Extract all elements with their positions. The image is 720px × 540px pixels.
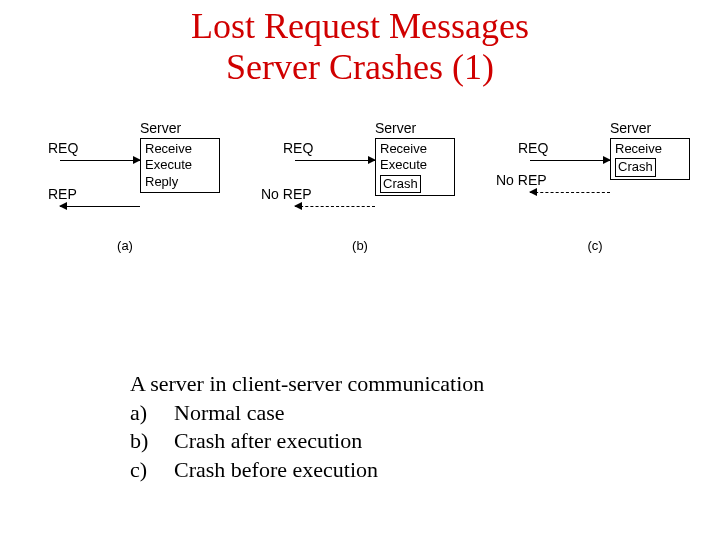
diagram-a: Server Receive Execute Reply REQ REP (a) [20, 120, 230, 280]
step-execute: Execute [380, 157, 450, 173]
step-receive: Receive [380, 141, 450, 157]
req-arrow-icon [295, 160, 375, 161]
diagram-c: Server Receive Crash REQ No REP (c) [490, 120, 700, 280]
caption-item: b) Crash after execution [130, 427, 610, 456]
server-label: Server [610, 120, 651, 136]
caption: A server in client-server communication … [130, 370, 610, 484]
sublabel-a: (a) [20, 238, 230, 253]
step-crash: Crash [615, 158, 656, 176]
req-arrow-icon [530, 160, 610, 161]
slide: Lost Request Messages Server Crashes (1)… [0, 0, 720, 540]
sublabel-b: (b) [255, 238, 465, 253]
caption-text: Crash before execution [174, 456, 378, 485]
title-line-1: Lost Request Messages [191, 6, 529, 46]
step-reply: Reply [145, 174, 215, 190]
step-execute: Execute [145, 157, 215, 173]
caption-list: a) Normal case b) Crash after execution … [130, 399, 610, 485]
caption-text: Crash after execution [174, 427, 362, 456]
server-box-a: Receive Execute Reply [140, 138, 220, 193]
step-receive: Receive [145, 141, 215, 157]
rep-arrow-icon [60, 206, 140, 207]
norep-label: No REP [261, 186, 312, 202]
req-arrow-icon [60, 160, 140, 161]
diagram-b: Server Receive Execute Crash REQ No REP … [255, 120, 465, 280]
server-box-b: Receive Execute Crash [375, 138, 455, 196]
diagram-row: Server Receive Execute Reply REQ REP (a)… [20, 120, 700, 280]
caption-key: b) [130, 427, 174, 456]
title-line-2: Server Crashes (1) [226, 47, 494, 87]
caption-key: a) [130, 399, 174, 428]
server-label: Server [140, 120, 181, 136]
caption-text: Normal case [174, 399, 285, 428]
server-box-c: Receive Crash [610, 138, 690, 180]
slide-title: Lost Request Messages Server Crashes (1) [0, 6, 720, 89]
caption-key: c) [130, 456, 174, 485]
norep-arrow-icon [295, 206, 375, 207]
step-receive: Receive [615, 141, 685, 157]
caption-item: c) Crash before execution [130, 456, 610, 485]
norep-arrow-icon [530, 192, 610, 193]
req-label: REQ [518, 140, 548, 156]
rep-label: REP [48, 186, 77, 202]
req-label: REQ [283, 140, 313, 156]
sublabel-c: (c) [490, 238, 700, 253]
caption-item: a) Normal case [130, 399, 610, 428]
server-label: Server [375, 120, 416, 136]
step-crash: Crash [380, 175, 421, 193]
caption-intro: A server in client-server communication [130, 370, 610, 399]
norep-label: No REP [496, 172, 547, 188]
req-label: REQ [48, 140, 78, 156]
